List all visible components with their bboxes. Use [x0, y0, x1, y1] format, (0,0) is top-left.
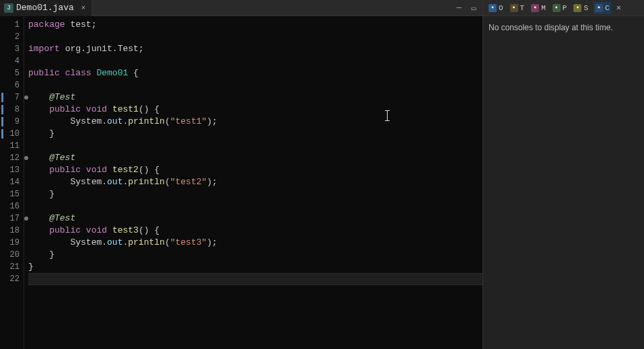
- line-number: 4: [0, 55, 24, 67]
- line-number: 10: [0, 128, 24, 140]
- java-file-icon: J: [4, 3, 13, 13]
- close-icon[interactable]: ×: [79, 4, 87, 12]
- code-line[interactable]: [28, 31, 482, 43]
- code-line[interactable]: }: [28, 261, 482, 273]
- view-button-label: T: [520, 4, 525, 12]
- code-line[interactable]: }: [28, 188, 482, 200]
- editor-body: 12345678910111213141516171819202122 pack…: [0, 16, 482, 349]
- line-number: 12: [0, 152, 24, 164]
- view-button-t[interactable]: ▪T: [509, 2, 526, 14]
- code-line[interactable]: [28, 273, 482, 285]
- code-line[interactable]: public void test3() {: [28, 225, 482, 237]
- console-pane: ▪O▪T▪M▪P▪S▪C✕ No consoles to display at …: [482, 0, 644, 349]
- view-button-label: M: [541, 4, 546, 12]
- line-number: 13: [0, 164, 24, 176]
- editor-pane: J Demo01.java × — ▭ 12345678910111213141…: [0, 0, 482, 349]
- console-empty-message: No consoles to display at this time.: [489, 23, 613, 32]
- line-number: 1: [0, 19, 24, 31]
- line-number: 18: [0, 225, 24, 237]
- code-line[interactable]: public void test2() {: [28, 164, 482, 176]
- view-button-label: O: [499, 4, 503, 12]
- line-number: 20: [0, 249, 24, 261]
- view-button-label: P: [563, 4, 567, 12]
- line-number: 15: [0, 188, 24, 200]
- line-number: 19: [0, 237, 24, 249]
- t-view-icon: ▪: [510, 4, 518, 12]
- m-view-icon: ▪: [531, 4, 539, 12]
- view-button-label: C: [605, 4, 610, 12]
- c-view-icon: ▪: [595, 4, 603, 12]
- line-number: 5: [0, 67, 24, 79]
- editor-tab[interactable]: J Demo01.java ×: [0, 0, 92, 16]
- minimize-icon[interactable]: —: [454, 3, 464, 13]
- code-area[interactable]: package test;import org.junit.Test;publi…: [24, 16, 482, 349]
- view-button-label: S: [583, 4, 588, 12]
- s-view-icon: ▪: [573, 4, 581, 12]
- line-number: 8: [0, 104, 24, 116]
- line-number: 21: [0, 261, 24, 273]
- code-line[interactable]: }: [28, 128, 482, 140]
- line-number: 14: [0, 176, 24, 188]
- line-number: 22: [0, 273, 24, 285]
- code-line[interactable]: public void test1() {: [28, 104, 482, 116]
- view-button-p[interactable]: ▪P: [551, 2, 569, 14]
- code-line[interactable]: public class Demo01 {: [28, 67, 482, 79]
- view-button-c[interactable]: ▪C: [594, 2, 611, 14]
- view-button-s[interactable]: ▪S: [572, 2, 589, 14]
- code-line[interactable]: System.out.println("test1");: [28, 116, 482, 128]
- view-button-o[interactable]: ▪O: [487, 2, 505, 14]
- maximize-icon[interactable]: ▭: [469, 3, 478, 13]
- console-body: No consoles to display at this time.: [483, 16, 644, 349]
- code-line[interactable]: }: [28, 249, 482, 261]
- line-number-gutter: 12345678910111213141516171819202122: [0, 16, 24, 349]
- code-line[interactable]: [28, 55, 482, 67]
- close-icon[interactable]: ✕: [616, 3, 621, 13]
- line-number: 3: [0, 43, 24, 55]
- code-line[interactable]: @Test: [28, 212, 482, 225]
- line-number: 16: [0, 200, 24, 212]
- code-line[interactable]: System.out.println("test2");: [28, 176, 482, 188]
- line-number: 7: [0, 91, 24, 104]
- line-number: 11: [0, 140, 24, 152]
- code-line[interactable]: @Test: [28, 152, 482, 164]
- o-view-icon: ▪: [489, 4, 497, 12]
- tabbar-controls: — ▭: [454, 0, 478, 16]
- line-number: 17: [0, 212, 24, 225]
- p-view-icon: ▪: [552, 4, 561, 12]
- view-toolbar: ▪O▪T▪M▪P▪S▪C✕: [483, 0, 644, 16]
- code-line[interactable]: [28, 140, 482, 152]
- view-button-m[interactable]: ▪M: [530, 2, 547, 14]
- code-line[interactable]: import org.junit.Test;: [28, 43, 482, 55]
- editor-tabbar: J Demo01.java × — ▭: [0, 0, 482, 16]
- tab-filename: Demo01.java: [16, 3, 74, 13]
- code-line[interactable]: [28, 200, 482, 212]
- code-line[interactable]: System.out.println("test3");: [28, 237, 482, 249]
- line-number: 9: [0, 116, 24, 128]
- line-number: 2: [0, 31, 24, 43]
- code-line[interactable]: [28, 79, 482, 91]
- code-line[interactable]: package test;: [28, 19, 482, 31]
- code-line[interactable]: @Test: [28, 91, 482, 104]
- line-number: 6: [0, 79, 24, 91]
